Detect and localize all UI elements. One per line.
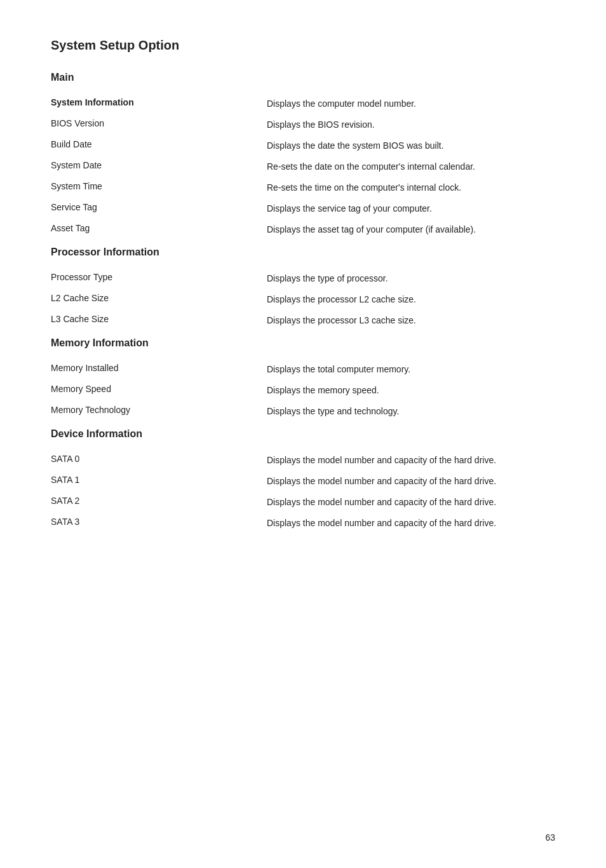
- row-desc-memory-2: Displays the type and technology.: [267, 405, 555, 418]
- table-row: L3 Cache SizeDisplays the processor L3 c…: [51, 310, 555, 331]
- table-row: Service TagDisplays the service tag of y…: [51, 198, 555, 219]
- sections-container: MainSystem InformationDisplays the compu…: [51, 72, 555, 534]
- row-label-memory-2: Memory Technology: [51, 405, 267, 415]
- section-heading-processor: Processor Information: [51, 247, 555, 258]
- row-desc-main-6: Displays the asset tag of your computer …: [267, 223, 555, 236]
- row-desc-device-3: Displays the model number and capacity o…: [267, 517, 555, 530]
- section-table-main: System InformationDisplays the computer …: [51, 93, 555, 240]
- row-label-processor-1: L2 Cache Size: [51, 293, 267, 303]
- table-row: System InformationDisplays the computer …: [51, 93, 555, 114]
- table-row: System TimeRe-sets the time on the compu…: [51, 177, 555, 198]
- row-desc-processor-1: Displays the processor L2 cache size.: [267, 293, 555, 306]
- section-heading-device: Device Information: [51, 428, 555, 440]
- row-desc-main-1: Displays the BIOS revision.: [267, 118, 555, 132]
- row-label-main-4: System Time: [51, 181, 267, 191]
- section-table-device: SATA 0Displays the model number and capa…: [51, 450, 555, 534]
- page-number: 63: [545, 832, 555, 843]
- table-row: System DateRe-sets the date on the compu…: [51, 156, 555, 177]
- table-row: Memory SpeedDisplays the memory speed.: [51, 380, 555, 401]
- row-label-processor-0: Processor Type: [51, 272, 267, 282]
- table-row: Memory InstalledDisplays the total compu…: [51, 359, 555, 380]
- row-desc-memory-0: Displays the total computer memory.: [267, 363, 555, 376]
- row-desc-processor-0: Displays the type of processor.: [267, 272, 555, 285]
- row-desc-main-4: Re-sets the time on the computer's inter…: [267, 181, 555, 194]
- row-label-memory-0: Memory Installed: [51, 363, 267, 373]
- row-desc-device-1: Displays the model number and capacity o…: [267, 475, 555, 488]
- section-heading-main: Main: [51, 72, 555, 83]
- row-desc-main-2: Displays the date the system BIOS was bu…: [267, 139, 555, 153]
- table-row: Memory TechnologyDisplays the type and t…: [51, 401, 555, 422]
- table-row: Processor TypeDisplays the type of proce…: [51, 268, 555, 289]
- page-title: System Setup Option: [51, 38, 555, 53]
- row-desc-main-0: Displays the computer model number.: [267, 97, 555, 111]
- row-label-main-1: BIOS Version: [51, 118, 267, 128]
- table-row: BIOS VersionDisplays the BIOS revision.: [51, 114, 555, 135]
- row-desc-main-5: Displays the service tag of your compute…: [267, 202, 555, 215]
- row-label-device-0: SATA 0: [51, 454, 267, 464]
- section-table-memory: Memory InstalledDisplays the total compu…: [51, 359, 555, 422]
- section-table-processor: Processor TypeDisplays the type of proce…: [51, 268, 555, 331]
- table-row: SATA 0Displays the model number and capa…: [51, 450, 555, 471]
- row-label-main-2: Build Date: [51, 139, 267, 149]
- table-row: SATA 1Displays the model number and capa…: [51, 471, 555, 492]
- row-desc-device-0: Displays the model number and capacity o…: [267, 454, 555, 467]
- table-row: Asset TagDisplays the asset tag of your …: [51, 219, 555, 240]
- row-label-main-0: System Information: [51, 97, 267, 107]
- row-desc-processor-2: Displays the processor L3 cache size.: [267, 314, 555, 327]
- row-label-main-6: Asset Tag: [51, 223, 267, 233]
- table-row: SATA 2Displays the model number and capa…: [51, 492, 555, 513]
- row-desc-device-2: Displays the model number and capacity o…: [267, 496, 555, 509]
- row-label-device-2: SATA 2: [51, 496, 267, 506]
- row-label-device-1: SATA 1: [51, 475, 267, 485]
- row-label-memory-1: Memory Speed: [51, 384, 267, 394]
- row-label-device-3: SATA 3: [51, 517, 267, 527]
- row-desc-memory-1: Displays the memory speed.: [267, 384, 555, 397]
- table-row: L2 Cache SizeDisplays the processor L2 c…: [51, 289, 555, 310]
- row-label-main-3: System Date: [51, 160, 267, 170]
- page-container: System Setup Option MainSystem Informati…: [0, 0, 606, 591]
- table-row: SATA 3Displays the model number and capa…: [51, 513, 555, 534]
- section-heading-memory: Memory Information: [51, 337, 555, 349]
- row-label-main-5: Service Tag: [51, 202, 267, 212]
- table-row: Build DateDisplays the date the system B…: [51, 135, 555, 156]
- row-desc-main-3: Re-sets the date on the computer's inter…: [267, 160, 555, 173]
- row-label-processor-2: L3 Cache Size: [51, 314, 267, 324]
